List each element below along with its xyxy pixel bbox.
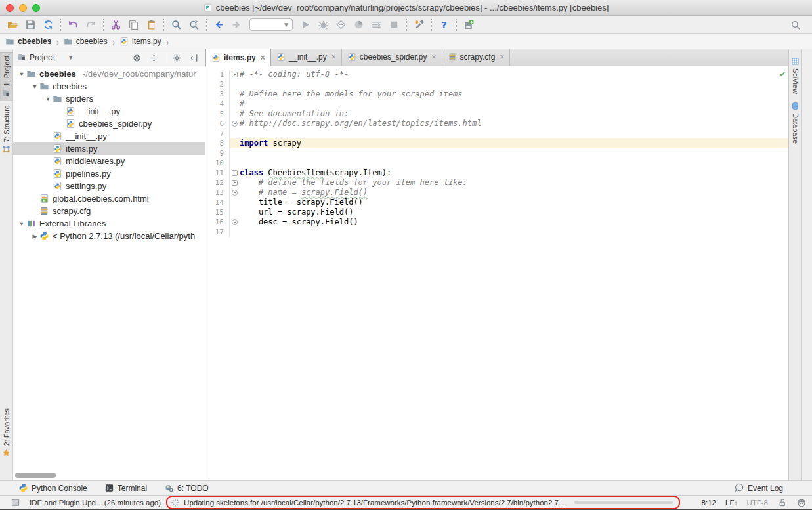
toolwindow-toggle-button[interactable] (7, 495, 24, 510)
code-line[interactable]: 6# http://doc.scrapy.org/en/latest/topic… (205, 119, 788, 129)
code-line[interactable]: 11class CbeebiesItem(scrapy.Item): (205, 168, 788, 178)
tool-stripe-button-database[interactable]: Database (789, 98, 802, 148)
settings-button[interactable] (410, 17, 428, 33)
code-line[interactable]: 15 url = scrapy.Field() (205, 207, 788, 217)
open-button[interactable] (4, 17, 22, 33)
editor-tab-scrapy.cfg[interactable]: scrapy.cfg× (442, 49, 511, 66)
tree-item-__init__.py[interactable]: __init__.py (13, 105, 205, 117)
code-line[interactable]: 14 title = scrapy.Field() (205, 198, 788, 207)
fold-marker-icon[interactable] (230, 119, 240, 129)
save-button[interactable] (22, 17, 39, 33)
code-editor[interactable]: ✔ 1# -*- coding: utf-8 -*-23# Define her… (205, 66, 788, 480)
tree-item-spiders[interactable]: ▼spiders (13, 93, 205, 105)
fold-marker-icon[interactable] (230, 70, 240, 79)
stop-button[interactable] (385, 17, 403, 33)
editor-tab-cbeebies_spider.py[interactable]: cbeebies_spider.py× (342, 49, 442, 66)
tree-item-scrapy.cfg[interactable]: scrapy.cfg (13, 205, 205, 217)
tool-stripe-button-project[interactable]: 1: Project (0, 52, 13, 101)
close-window-button[interactable] (6, 4, 14, 12)
tree-item-cbeebies[interactable]: ▼cbeebies (13, 80, 205, 93)
tree-item-settings.py[interactable]: settings.py (13, 180, 205, 192)
code-line[interactable]: 17 (205, 227, 788, 237)
code-line[interactable]: 16 desc = scrapy.Field() (205, 217, 788, 227)
tree-item-externallibraries[interactable]: ▼External Libraries (13, 217, 205, 230)
close-tab-icon[interactable]: × (331, 53, 336, 62)
tree-item-cbeebies_spider.py[interactable]: cbeebies_spider.py (13, 117, 205, 130)
collapse-all-button[interactable] (146, 50, 161, 66)
fold-marker-icon[interactable] (230, 178, 240, 188)
help-button[interactable]: ? (435, 17, 453, 33)
code-line[interactable]: 13 # name = scrapy.Field() (205, 188, 788, 198)
tree-item-global.cbeebies.com.html[interactable]: Hglobal.cbeebies.com.html (13, 192, 205, 205)
run-button[interactable] (297, 17, 314, 33)
code-line[interactable]: 7 (205, 129, 788, 138)
editor-tab-items.py[interactable]: items.py× (205, 49, 271, 66)
close-tab-icon[interactable]: × (261, 53, 265, 62)
unlock-icon[interactable] (777, 498, 787, 507)
code-line[interactable]: 8import scrapy (205, 138, 788, 148)
debug-button[interactable] (314, 17, 332, 33)
tree-item-middlewares.py[interactable]: middlewares.py (13, 155, 205, 167)
search-everywhere-button[interactable] (786, 17, 804, 33)
syncsave-button[interactable] (460, 17, 478, 33)
code-line[interactable]: 3# Define here the models for your scrap… (205, 89, 788, 99)
breadcrumb-item[interactable]: cbeebies (5, 37, 51, 46)
breadcrumb-item[interactable]: cbeebies (64, 37, 108, 46)
chevron-down-icon[interactable]: ▼ (17, 71, 26, 77)
tree-item-__init__.py[interactable]: __init__.py (13, 130, 205, 142)
panel-settings-button[interactable] (169, 50, 184, 66)
event-log-button[interactable]: Event Log (735, 482, 783, 494)
ide-update-status[interactable]: IDE and Plugin Upd... (26 minutes ago) (30, 499, 161, 507)
zoom-window-button[interactable] (32, 4, 40, 12)
tree-item-cbeebies[interactable]: ▼cbeebies~/dev/dev_root/company/natur (13, 68, 205, 80)
fold-marker-icon[interactable] (230, 217, 240, 227)
project-view-selector[interactable]: Project ▼ (17, 53, 74, 64)
tool-stripe-button-structure[interactable]: 7: Structure (0, 101, 13, 158)
code-line[interactable]: 12 # define the fields for your item her… (205, 178, 788, 188)
find-button[interactable] (167, 17, 185, 33)
back-button[interactable] (210, 17, 228, 33)
minimize-window-button[interactable] (19, 4, 27, 12)
forward-button[interactable] (228, 17, 246, 33)
toolwindow-button-terminal[interactable]: Terminal (104, 483, 147, 493)
close-tab-icon[interactable]: × (500, 53, 504, 62)
line-separator[interactable]: LF↕ (725, 499, 737, 507)
chevron-down-icon[interactable]: ▼ (17, 221, 26, 227)
code-line[interactable]: 10 (205, 158, 788, 168)
toolwindow-button-pythonconsole[interactable]: Python Console (18, 483, 87, 493)
hide-panel-button[interactable] (186, 50, 201, 66)
copy-button[interactable] (125, 17, 142, 33)
code-line[interactable]: 5# See documentation in: (205, 109, 788, 119)
replace-button[interactable] (185, 17, 203, 33)
chevron-right-icon[interactable]: ▶ (30, 233, 39, 240)
editor-tab-__init__.py[interactable]: __init__.py× (271, 49, 342, 66)
undo-button[interactable] (64, 17, 82, 33)
locate-file-button[interactable] (129, 50, 144, 66)
tree-item-python2.7.13usrlocalcellarpyth[interactable]: ▶< Python 2.7.13 (/usr/local/Cellar/pyth (13, 230, 205, 242)
cut-button[interactable] (107, 17, 125, 33)
tree-item-pipelines.py[interactable]: pipelines.py (13, 167, 205, 180)
tree-item-items.py[interactable]: items.py (13, 142, 205, 155)
chevron-down-icon[interactable]: ▼ (43, 96, 53, 102)
profiler-button[interactable] (350, 17, 368, 33)
window-controls[interactable] (6, 4, 40, 12)
fold-marker-icon[interactable] (230, 168, 240, 178)
paste-button[interactable] (142, 17, 160, 33)
coverage-button[interactable] (332, 17, 350, 33)
tool-stripe-button-sciview[interactable]: SciView (789, 53, 802, 98)
sync-button[interactable] (39, 17, 57, 33)
code-line[interactable]: 9 (205, 148, 788, 158)
code-line[interactable]: 4# (205, 99, 788, 109)
fold-marker-icon[interactable] (230, 188, 240, 198)
file-encoding[interactable]: UTF-8 (746, 499, 768, 507)
breadcrumb-item[interactable]: items.py (119, 37, 161, 46)
run-configuration-select[interactable]: ▼ (249, 18, 293, 31)
chevron-down-icon[interactable]: ▼ (30, 83, 39, 90)
toolwindow-button-todo[interactable]: 6: TODO (164, 483, 209, 493)
inspection-profile-icon[interactable] (796, 498, 807, 508)
code-line[interactable]: 2 (205, 79, 788, 89)
tool-stripe-button-favorites[interactable]: 2: Favorites (0, 404, 13, 461)
redo-button[interactable] (82, 17, 100, 33)
concurrency-button[interactable] (368, 17, 385, 33)
horizontal-scrollbar[interactable] (15, 473, 56, 478)
